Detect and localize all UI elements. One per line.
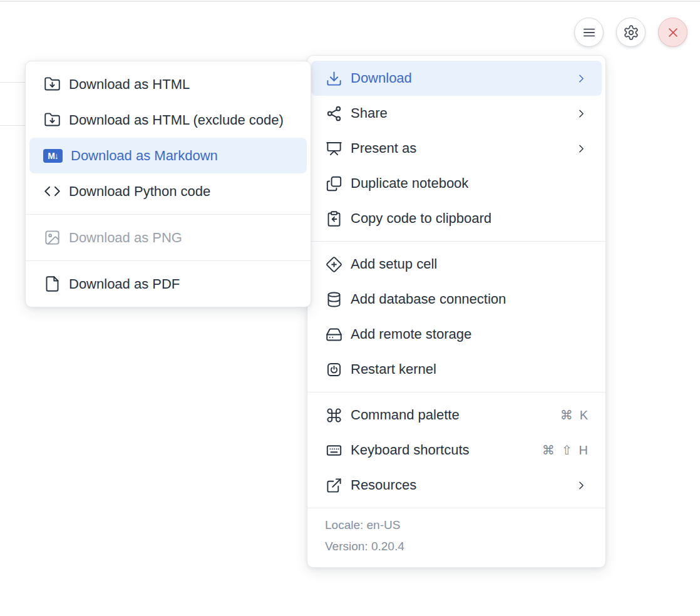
power-icon [325,361,342,378]
menu-item-download-as-html-exclude-code[interactable]: Download as HTML (exclude code) [29,102,307,138]
menu-item-download-as-png: Download as PNG [29,220,307,255]
menu-item-label: Duplicate notebook [351,175,468,192]
markdown-badge: M↓ [43,149,63,163]
menu-item-download-python-code[interactable]: Download Python code [29,173,307,209]
chevron-right-icon [575,142,588,155]
cell-border-line [0,125,28,126]
menu-item-label: Resources [351,477,416,493]
menu-item-download-as-markdown[interactable]: M↓Download as Markdown [29,138,307,173]
chevron-right-icon [575,72,588,85]
menu-item-label: Download as HTML (exclude code) [69,112,284,128]
menu-divider [307,392,605,393]
menu-item-present-as[interactable]: Present as [311,131,602,166]
command-icon [325,406,342,424]
shortcut-key: H [579,443,588,458]
chevron-right-icon [575,107,588,120]
menu-item-command-palette[interactable]: Command palette⌘K [311,398,602,433]
menu-item-download-as-pdf[interactable]: Download as PDF [29,266,307,302]
menu-item-label: Share [351,105,388,121]
menu-item-restart-kernel[interactable]: Restart kernel [311,352,602,387]
settings-button[interactable] [616,18,646,47]
menu-divider [26,260,311,261]
shortcut-key: ⌘ [560,408,573,423]
shortcut-hint: ⌘⇧H [542,443,588,458]
close-x-icon [666,25,681,40]
locale-text: Locale: en-US [325,515,588,536]
shortcut-hint: ⌘K [560,408,588,423]
menu-item-label: Keyboard shortcuts [351,442,470,458]
shortcut-key: ⇧ [562,443,572,458]
cell-border-line [0,82,28,83]
notebook-menu: DownloadSharePresent asDuplicate noteboo… [307,55,606,568]
shortcut-key: K [580,408,588,423]
menu-item-label: Download as Markdown [71,148,218,164]
chevron-right-icon [575,479,588,492]
folder-download-icon [43,111,61,129]
menu-item-add-setup-cell[interactable]: Add setup cell [311,247,602,282]
menu-footer: Locale: en-US Version: 0.20.4 [307,508,605,562]
keyboard-icon [325,441,342,459]
markdown-icon: M↓ [43,147,63,165]
hard-drive-icon [325,326,342,343]
presentation-icon [325,140,342,157]
gear-icon [623,24,639,41]
menu-item-label: Download as PDF [69,276,180,292]
menu-item-label: Add setup cell [351,256,437,272]
menu-item-label: Download as HTML [69,76,190,93]
menu-divider [26,214,311,215]
duplicate-icon [325,175,342,192]
share-icon [325,105,342,122]
menu-item-add-remote-storage[interactable]: Add remote storage [311,317,602,352]
menu-item-label: Add remote storage [351,326,471,342]
menu-divider [307,241,605,242]
menu-item-label: Download Python code [69,183,210,200]
shortcut-key: ⌘ [542,443,555,458]
download-submenu: Download as HTMLDownload as HTML (exclud… [25,61,311,307]
menu-item-download[interactable]: Download [311,61,602,96]
database-icon [325,290,342,308]
menu-item-resources[interactable]: Resources [311,468,602,503]
menu-item-download-as-html[interactable]: Download as HTML [29,66,307,102]
menu-item-label: Download as PNG [69,230,182,246]
notebook-menu-button[interactable] [574,18,604,47]
menu-item-copy-code-to-clipboard[interactable]: Copy code to clipboard [311,201,602,236]
menu-item-label: Command palette [351,407,460,423]
image-icon [43,229,61,247]
page-top-border [0,1,700,2]
menu-item-label: Download [351,70,412,86]
menu-item-duplicate-notebook[interactable]: Duplicate notebook [311,166,602,201]
notebook-action-buttons [574,18,687,47]
download-icon [325,69,342,87]
hamburger-icon [581,24,597,41]
menu-item-label: Copy code to clipboard [351,210,492,227]
menu-item-add-database-connection[interactable]: Add database connection [311,282,602,317]
version-text: Version: 0.20.4 [325,536,588,557]
menu-item-share[interactable]: Share [311,96,602,131]
diamond-plus-icon [325,255,342,273]
menu-item-label: Add database connection [351,291,506,307]
menu-item-label: Present as [351,140,416,157]
clipboard-copy-icon [325,210,342,227]
menu-item-label: Restart kernel [351,361,436,377]
notebook-menu-items: DownloadSharePresent asDuplicate noteboo… [311,61,602,503]
code-icon [43,183,61,200]
external-link-icon [325,476,342,494]
folder-download-icon [43,76,61,93]
menu-item-keyboard-shortcuts[interactable]: Keyboard shortcuts⌘⇧H [311,433,602,468]
file-icon [43,275,61,293]
close-button[interactable] [658,18,687,47]
